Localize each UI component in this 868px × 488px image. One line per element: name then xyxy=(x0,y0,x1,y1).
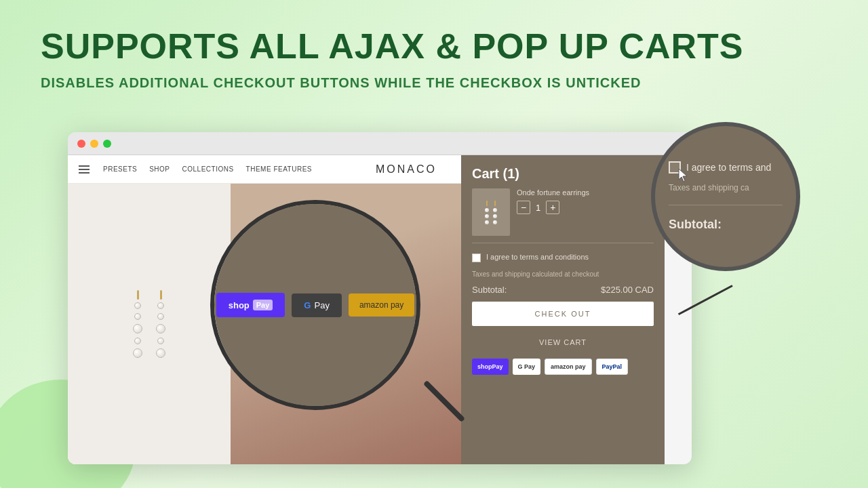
earring-chain-right xyxy=(156,302,165,358)
pearl-4 xyxy=(134,338,141,344)
zoom-checkbox-wrapper xyxy=(669,161,681,174)
cart-item-name: Onde fortune earrings xyxy=(517,188,654,197)
cart-earring-display xyxy=(485,201,497,224)
browser-body: PRESETS SHOP COLLECTIONS THEME FEATURES … xyxy=(68,155,692,464)
qty-increase-button[interactable]: + xyxy=(546,201,559,214)
zoom-detail-circle: I agree to terms and Taxes and shipping … xyxy=(651,122,800,271)
cart-shoppay-icon: shopPay xyxy=(472,359,509,375)
mini-pearl-l2 xyxy=(485,214,489,218)
cart-paypal-icon: PayPal xyxy=(596,359,629,375)
pearl-r4 xyxy=(157,338,164,344)
mini-pearl-r3 xyxy=(493,220,497,224)
mini-earring-left xyxy=(485,201,489,224)
zoom-shipping-text: Taxes and shipping ca xyxy=(669,183,749,192)
mini-wire-right xyxy=(494,201,496,206)
cart-item-details: Onde fortune earrings − 1 + xyxy=(517,188,654,214)
qty-number: 1 xyxy=(536,203,540,213)
cart-item-image xyxy=(472,188,510,236)
shipping-note: Taxes and shipping calculated at checkou… xyxy=(472,270,654,278)
main-headline: SUPPORTS ALL AJAX & POP UP CARTS xyxy=(41,27,827,66)
minimize-dot[interactable] xyxy=(90,140,98,148)
mini-pearl-r1 xyxy=(493,208,497,212)
cart-item: Onde fortune earrings − 1 + xyxy=(472,188,654,236)
header-section: SUPPORTS ALL AJAX & POP UP CARTS DISABLE… xyxy=(0,0,868,91)
store-logo: MONACO xyxy=(376,163,437,176)
cart-panel: Cart (1) xyxy=(461,155,665,464)
cart-payment-icons: shopPay G Pay amazon pay PayPal xyxy=(472,359,654,375)
zoom-subtotal: Subtotal: xyxy=(669,218,722,232)
earring-wire-left xyxy=(137,290,139,300)
nav-shop[interactable]: SHOP xyxy=(149,165,170,173)
earring-left xyxy=(133,290,142,358)
qty-control: − 1 + xyxy=(517,201,654,214)
cursor-icon xyxy=(675,167,692,183)
cart-gpay-icon: G Pay xyxy=(513,359,541,375)
hamburger-menu-icon[interactable] xyxy=(79,165,90,174)
subtotal-row: Subtotal: $225.00 CAD xyxy=(472,285,654,295)
agree-label: I agree to terms and conditions xyxy=(486,253,589,261)
browser-titlebar xyxy=(68,132,692,155)
product-photo-bg xyxy=(231,184,461,464)
view-cart-button[interactable]: VIEW CART xyxy=(472,333,654,352)
subtotal-amount: $225.00 CAD xyxy=(601,285,654,295)
sub-headline: DISABLES ADDITIONAL CHECKOUT BUTTONS WHI… xyxy=(41,75,827,91)
product-content: Onde $225.00 ✓✓ 20 IN shop Pay G xyxy=(68,184,461,464)
pearl-1 xyxy=(134,302,141,309)
nav-theme-features[interactable]: THEME FEATURES xyxy=(246,165,312,173)
pearl-r5 xyxy=(156,348,165,358)
product-main-image xyxy=(231,184,461,464)
pearl-r2 xyxy=(157,313,164,320)
pearl-r1 xyxy=(157,302,164,309)
nav-collections[interactable]: COLLECTIONS xyxy=(182,165,234,173)
qty-decrease-button[interactable]: − xyxy=(517,201,530,214)
pearl-2 xyxy=(134,313,141,320)
cart-amazon-icon: amazon pay xyxy=(545,359,592,375)
nav-links: PRESETS SHOP COLLECTIONS THEME FEATURES xyxy=(103,165,312,173)
pearl-5 xyxy=(133,348,142,358)
earring-chain-left xyxy=(133,302,142,358)
nav-presets[interactable]: PRESETS xyxy=(103,165,137,173)
earring-pair xyxy=(133,290,165,358)
zoom-divider xyxy=(669,205,783,205)
cart-divider xyxy=(472,243,654,243)
product-images-panel xyxy=(68,184,231,464)
checkout-button[interactable]: CHECK OUT xyxy=(472,302,654,326)
pearl-r3 xyxy=(156,324,165,333)
pearl-3 xyxy=(133,324,142,333)
mini-pearl-l1 xyxy=(485,208,489,212)
product-page: PRESETS SHOP COLLECTIONS THEME FEATURES … xyxy=(68,155,461,464)
maximize-dot[interactable] xyxy=(103,140,111,148)
mini-wire-left xyxy=(486,201,488,206)
cart-title: Cart (1) xyxy=(472,166,654,182)
agree-row: I agree to terms and conditions xyxy=(472,253,654,262)
mini-pearl-l3 xyxy=(485,220,489,224)
browser-mockup: PRESETS SHOP COLLECTIONS THEME FEATURES … xyxy=(68,132,692,464)
subtotal-label: Subtotal: xyxy=(472,285,507,295)
mini-pearl-r2 xyxy=(493,214,497,218)
earring-wire-right xyxy=(160,290,162,300)
store-nav: PRESETS SHOP COLLECTIONS THEME FEATURES … xyxy=(68,155,461,184)
mini-earring-right xyxy=(493,201,497,224)
zoom-agree-row: I agree to terms and xyxy=(669,161,771,174)
close-dot[interactable] xyxy=(77,140,85,148)
earring-right xyxy=(156,290,165,358)
zoom-agree-text: I agree to terms and xyxy=(686,162,771,173)
agree-checkbox[interactable] xyxy=(472,253,481,262)
